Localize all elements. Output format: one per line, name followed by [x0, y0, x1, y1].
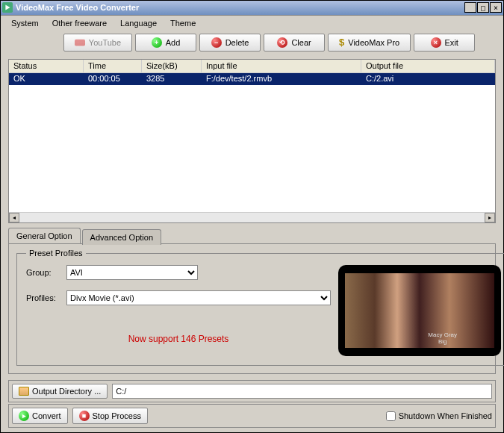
convert-label: Convert	[32, 411, 61, 420]
add-icon: +	[152, 37, 162, 48]
exit-button[interactable]: × Exit	[414, 34, 475, 52]
dollar-icon: $	[339, 37, 344, 48]
shutdown-checkbox-wrap[interactable]: Shutdown When Finished	[386, 411, 492, 421]
delete-icon: −	[211, 37, 222, 48]
exit-icon: ×	[431, 37, 441, 48]
close-button[interactable]: ×	[490, 2, 502, 13]
col-input[interactable]: Input file	[202, 60, 361, 72]
preset-profiles-group: Preset Profiles Group: AVI Profiles: Div…	[16, 249, 504, 366]
shutdown-label: Shutdown When Finished	[399, 411, 492, 420]
list-header: Status Time Size(kB) Input file Output f…	[9, 60, 495, 73]
toolbar: YouTube + Add − Delete ⟲ Clear $ VideoMa…	[1, 31, 503, 54]
horizontal-scrollbar[interactable]: ◂ ▸	[9, 212, 495, 222]
stop-icon: ■	[79, 411, 90, 421]
tab-strip: General Option Advanced Option	[8, 228, 496, 243]
cell-input: F:/dev/test/2.rmvb	[202, 73, 361, 85]
youtube-label: YouTube	[89, 38, 121, 47]
menu-language[interactable]: Language	[114, 17, 163, 29]
menu-theme[interactable]: Theme	[164, 17, 202, 29]
tab-content: Preset Profiles Group: AVI Profiles: Div…	[8, 243, 496, 374]
col-output[interactable]: Output file	[361, 60, 495, 72]
tab-advanced[interactable]: Advanced Option	[82, 229, 161, 245]
clear-icon: ⟲	[277, 37, 287, 48]
cell-output: C:/2.avi	[361, 73, 495, 85]
app-icon	[2, 2, 13, 13]
scroll-left-icon[interactable]: ◂	[9, 213, 19, 222]
convert-icon: ▸	[19, 411, 29, 421]
cell-time: 00:00:05	[84, 73, 142, 85]
preset-support-text: Now support 146 Presets	[26, 334, 331, 344]
scroll-right-icon[interactable]: ▸	[485, 213, 495, 222]
cell-size: 3285	[142, 73, 202, 85]
preset-legend: Preset Profiles	[26, 249, 86, 258]
profiles-label: Profiles:	[26, 293, 65, 302]
shutdown-checkbox[interactable]	[386, 411, 396, 421]
minimize-button[interactable]: _	[464, 2, 476, 13]
output-panel: Output Directory ...	[8, 380, 496, 402]
cell-status: OK	[9, 73, 84, 85]
exit-label: Exit	[445, 38, 458, 47]
stop-label: Stop Process	[93, 411, 141, 420]
output-directory-button[interactable]: Output Directory ...	[12, 384, 108, 399]
group-label: Group:	[26, 268, 65, 277]
folder-icon	[19, 387, 29, 396]
app-window: VideoMax Free Video Converter _ □ × Syst…	[0, 0, 504, 433]
add-label: Add	[166, 38, 181, 47]
convert-button[interactable]: ▸ Convert	[12, 408, 68, 424]
youtube-icon	[75, 37, 85, 48]
youtube-button[interactable]: YouTube	[63, 34, 132, 52]
delete-label: Delete	[225, 38, 249, 47]
clear-button[interactable]: ⟲ Clear	[264, 34, 325, 52]
preset-controls: Group: AVI Profiles: Divx Movie (*.avi) …	[26, 265, 331, 344]
svg-rect-1	[75, 39, 85, 46]
clear-label: Clear	[291, 38, 311, 47]
menubar: System Other freeware Language Theme	[1, 16, 503, 31]
menu-system[interactable]: System	[5, 17, 45, 29]
group-select[interactable]: AVI	[66, 265, 198, 280]
window-title: VideoMax Free Video Converter	[16, 3, 464, 12]
maximize-button[interactable]: □	[477, 2, 489, 13]
menu-other-freeware[interactable]: Other freeware	[46, 17, 113, 29]
output-path-input[interactable]	[112, 384, 492, 399]
preview-content	[345, 273, 494, 348]
col-size[interactable]: Size(kB)	[142, 60, 202, 72]
col-time[interactable]: Time	[84, 60, 142, 72]
file-list: Status Time Size(kB) Input file Output f…	[8, 59, 496, 223]
videomax-pro-button[interactable]: $ VideoMax Pro	[328, 34, 411, 52]
profiles-select[interactable]: Divx Movie (*.avi)	[66, 290, 331, 305]
window-controls: _ □ ×	[464, 2, 502, 13]
output-directory-label: Output Directory ...	[32, 387, 101, 396]
col-status[interactable]: Status	[9, 60, 84, 72]
add-button[interactable]: + Add	[135, 34, 196, 52]
titlebar: VideoMax Free Video Converter _ □ ×	[1, 1, 503, 16]
device-preview-image	[338, 265, 501, 356]
table-row[interactable]: OK 00:00:05 3285 F:/dev/test/2.rmvb C:/2…	[9, 73, 495, 85]
profiles-row: Profiles: Divx Movie (*.avi)	[26, 290, 331, 305]
pro-label: VideoMax Pro	[348, 38, 399, 47]
options-tabs: General Option Advanced Option Preset Pr…	[8, 228, 496, 374]
delete-button[interactable]: − Delete	[199, 34, 261, 52]
stop-button[interactable]: ■ Stop Process	[72, 408, 148, 424]
scroll-track[interactable]	[19, 213, 485, 222]
action-panel: ▸ Convert ■ Stop Process Shutdown When F…	[8, 404, 496, 428]
group-row: Group: AVI	[26, 265, 331, 280]
tab-general[interactable]: General Option	[8, 228, 81, 243]
list-body[interactable]: OK 00:00:05 3285 F:/dev/test/2.rmvb C:/2…	[9, 73, 495, 222]
